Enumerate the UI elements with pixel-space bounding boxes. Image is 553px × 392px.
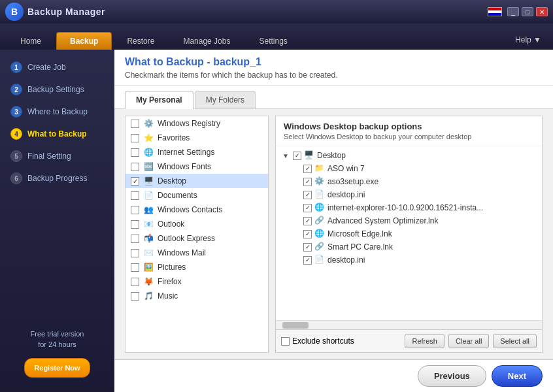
item-checkbox-favorites[interactable] (131, 134, 139, 142)
right-panel-title: Windows Desktop backup options (284, 122, 534, 131)
list-item[interactable]: ⭐ Favorites (126, 131, 268, 145)
item-checkbox-music[interactable] (131, 292, 139, 301)
tree-checkbox-edge[interactable] (303, 230, 312, 238)
register-button[interactable]: Register Now (24, 358, 90, 378)
tree-item-smartpc[interactable]: 🔗 Smart PC Care.lnk (278, 240, 539, 253)
tree-item-desktop[interactable]: ▼ 🖥️ Desktop (278, 149, 539, 162)
item-label: Windows Mail (158, 248, 206, 257)
job-name: backup_1 (213, 56, 261, 67)
tab-home[interactable]: Home (7, 32, 55, 50)
expand-icon[interactable]: ▼ (281, 151, 290, 160)
item-checkbox-docs[interactable] (131, 191, 139, 200)
tab-backup[interactable]: Backup (56, 32, 112, 50)
item-checkbox-fonts[interactable] (131, 163, 139, 171)
sidebar-promo: Free trial version for 24 hours Register… (0, 321, 114, 386)
item-label: Internet Settings (158, 148, 214, 157)
list-item[interactable]: ⚙️ Windows Registry (126, 116, 268, 131)
help-button[interactable]: Help ▼ (510, 33, 546, 47)
sidebar-item-final-setting[interactable]: 5 Final Setting (0, 145, 114, 167)
list-item[interactable]: 📧 Outlook (126, 217, 268, 231)
tree-item-aso3[interactable]: ⚙️ aso3setup.exe (278, 175, 539, 188)
tab-my-personal[interactable]: My Personal (125, 91, 193, 109)
tree-checkbox-aso[interactable] (303, 165, 312, 173)
item-checkbox-firefox[interactable] (131, 278, 139, 286)
tab-my-folders[interactable]: My Folders (195, 91, 256, 108)
exclude-shortcuts-row: Exclude shortcuts (281, 336, 401, 346)
ini2-icon: 📄 (314, 255, 325, 265)
sidebar-num-2: 2 (10, 84, 22, 95)
tree-item-ie10[interactable]: 🌐 internet-explorer-10-10.0.9200.16521-i… (278, 201, 539, 214)
item-checkbox-pictures[interactable] (131, 263, 139, 272)
nav-bar: Home Backup Restore Manage Jobs Settings… (0, 24, 553, 50)
item-label: Outlook (158, 220, 184, 229)
tree-item-edge[interactable]: 🌐 Microsoft Edge.lnk (278, 227, 539, 240)
tab-row: My Personal My Folders (114, 86, 553, 109)
tree-item-deskini2[interactable]: 📄 desktop.ini (278, 253, 539, 267)
sidebar-item-backup-progress[interactable]: 6 Backup Progress (0, 167, 114, 189)
close-button[interactable]: ✕ (536, 7, 548, 16)
tree-area[interactable]: ▼ 🖥️ Desktop 📁 ASO win 7 (276, 146, 542, 320)
h-scrollbar[interactable] (276, 320, 542, 329)
sidebar-item-backup-settings[interactable]: 2 Backup Settings (0, 78, 114, 101)
item-checkbox-contacts[interactable] (131, 206, 139, 214)
tab-settings[interactable]: Settings (245, 32, 301, 50)
item-label: Windows Registry (158, 119, 220, 128)
sidebar-item-what-to-backup[interactable]: 4 What to Backup (0, 123, 114, 145)
list-item[interactable]: 📄 Documents (126, 188, 268, 203)
previous-button[interactable]: Previous (418, 365, 486, 387)
clear-all-button[interactable]: Clear all (448, 334, 489, 348)
expand-icon (292, 255, 301, 265)
smartpc-icon: 🔗 (314, 242, 325, 252)
page-title-text: What to Backup (125, 56, 204, 67)
favorites-icon: ⭐ (143, 133, 154, 143)
tab-restore[interactable]: Restore (113, 32, 168, 50)
list-item[interactable]: 🖼️ Pictures (126, 260, 268, 274)
tree-checkbox-desktop[interactable] (293, 152, 301, 160)
list-item[interactable]: 👥 Windows Contacts (126, 203, 268, 217)
tab-manage-jobs[interactable]: Manage Jobs (169, 32, 244, 50)
list-item[interactable]: 🌐 Internet Settings (126, 145, 268, 159)
outlook-express-icon: 📬 (143, 233, 154, 244)
tree-label-ie10: internet-explorer-10-10.0.9200.16521-ins… (327, 203, 483, 212)
fonts-icon: 🔤 (143, 161, 154, 172)
item-checkbox-desktop[interactable] (131, 177, 139, 186)
tree-checkbox-ie10[interactable] (303, 204, 312, 212)
list-item[interactable]: ✉️ Windows Mail (126, 246, 268, 260)
left-panel: ⚙️ Windows Registry ⭐ Favorites 🌐 Intern… (125, 116, 269, 353)
nav-tabs: Home Backup Restore Manage Jobs Settings (7, 32, 510, 50)
registry-icon: ⚙️ (143, 118, 154, 129)
list-item[interactable]: 🔤 Windows Fonts (126, 159, 268, 174)
tree-item-aso[interactable]: 📁 ASO win 7 (278, 162, 539, 175)
sidebar-num-4: 4 (10, 128, 22, 140)
item-checkbox-registry[interactable] (131, 120, 139, 128)
exclude-shortcuts-label: Exclude shortcuts (292, 336, 354, 346)
flag-icon (488, 7, 502, 16)
ini-icon: 📄 (314, 189, 325, 200)
tree-item-aso-lnk[interactable]: 🔗 Advanced System Optimizer.lnk (278, 214, 539, 227)
exclude-shortcuts-checkbox[interactable] (281, 337, 290, 346)
minimize-button[interactable]: _ (507, 7, 519, 16)
next-button[interactable]: Next (492, 365, 543, 387)
list-item[interactable]: 📬 Outlook Express (126, 231, 268, 246)
list-item[interactable]: 🎵 Music (126, 289, 268, 303)
tree-checkbox-aso3[interactable] (303, 178, 312, 186)
tree-checkbox-smartpc[interactable] (303, 243, 312, 252)
item-checkbox-inet[interactable] (131, 148, 139, 157)
maximize-button[interactable]: □ (522, 7, 533, 16)
tree-checkbox-deskini2[interactable] (303, 256, 312, 265)
sidebar-item-create-job[interactable]: 1 Create Job (0, 56, 114, 78)
item-label: Documents (158, 191, 197, 200)
tree-checkbox-deskini[interactable] (303, 191, 312, 199)
item-checkbox-wmail[interactable] (131, 249, 139, 257)
list-item-desktop[interactable]: 🖥️ Desktop (126, 174, 268, 188)
item-checkbox-outlook-express[interactable] (131, 235, 139, 243)
h-scroll-thumb[interactable] (282, 322, 309, 329)
select-all-button[interactable]: Select all (493, 334, 537, 348)
right-panel-subtitle: Select Windows Desktop to backup your co… (284, 133, 534, 140)
item-checkbox-outlook[interactable] (131, 220, 139, 229)
list-item[interactable]: 🦊 Firefox (126, 274, 268, 289)
refresh-button[interactable]: Refresh (405, 334, 444, 348)
tree-checkbox-aso-lnk[interactable] (303, 217, 312, 225)
tree-item-deskini[interactable]: 📄 desktop.ini (278, 188, 539, 201)
sidebar-item-where-to-backup[interactable]: 3 Where to Backup (0, 101, 114, 123)
